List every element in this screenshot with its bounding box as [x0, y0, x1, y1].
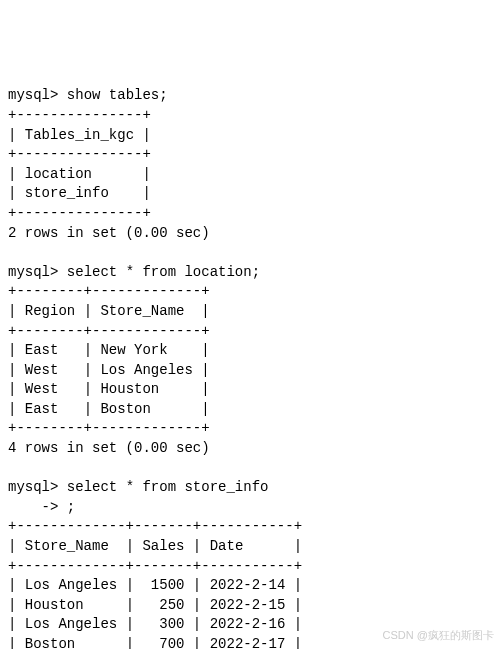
mysql-prompt: mysql> select * from store_info	[8, 479, 268, 495]
watermark-text: CSDN @疯狂的斯图卡	[383, 628, 494, 643]
mysql-prompt: mysql> select * from location;	[8, 264, 260, 280]
mysql-continuation-prompt: -> ;	[8, 499, 75, 515]
mysql-prompt: mysql> show tables;	[8, 87, 168, 103]
terminal-output: mysql> show tables; +---------------+ | …	[8, 86, 494, 649]
